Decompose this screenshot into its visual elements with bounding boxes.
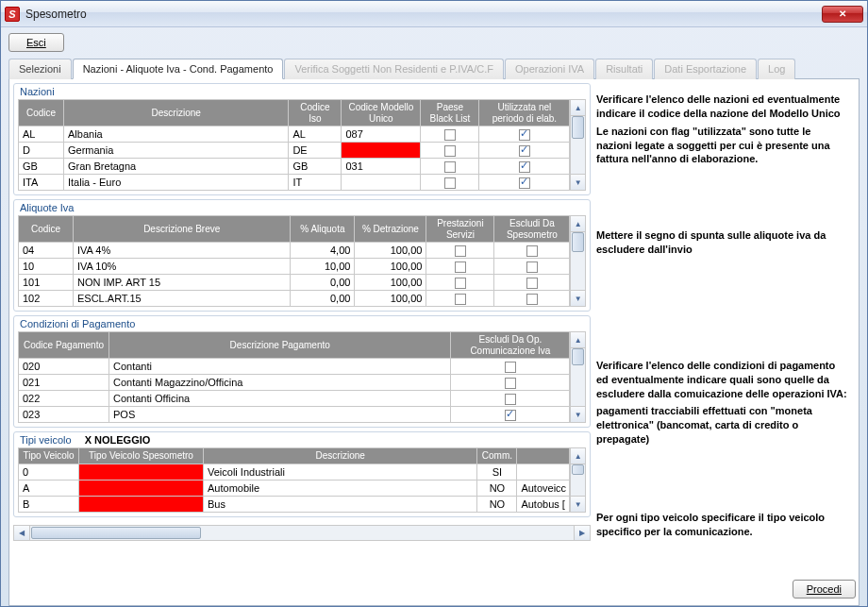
group-tipi-title: Tipi veicolo X NOLEGGIO <box>18 434 586 447</box>
group-nazioni: Nazioni Codice Descrizione Codice Iso Co… <box>13 83 591 195</box>
grid-tipi-scrollbar[interactable]: ▲ ▼ <box>570 447 586 513</box>
tab-risultati[interactable]: Risultati <box>595 59 653 79</box>
horizontal-scrollbar[interactable]: ◀ ▶ <box>13 525 591 541</box>
tab-log[interactable]: Log <box>758 59 795 79</box>
esci-button[interactable]: Esci <box>8 33 64 52</box>
tab-nazioni[interactable]: Nazioni - Aliquote Iva - Cond. Pagamento <box>73 59 284 79</box>
tab-dati[interactable]: Dati Esportazione <box>654 59 757 79</box>
table-row[interactable]: 021 Contanti Magazzino/Officina <box>19 375 570 391</box>
checkbox[interactable] <box>519 177 530 189</box>
grid-nazioni[interactable]: Codice Descrizione Codice Iso Codice Mod… <box>18 99 570 191</box>
titlebar: S Spesometro ✕ <box>1 1 867 27</box>
checkbox[interactable] <box>519 129 530 141</box>
grid-nazioni-header: Codice Descrizione Codice Iso Codice Mod… <box>19 100 570 126</box>
tab-selezioni[interactable]: Selezioni <box>8 59 72 79</box>
scroll-up-icon[interactable]: ▲ <box>571 332 585 348</box>
info-nazioni-1: Verificare l'elenco delle nazioni ed eve… <box>596 93 849 121</box>
checkbox[interactable] <box>526 278 538 289</box>
group-aliquote: Aliquote Iva Codice Descrizione Breve % … <box>13 199 591 312</box>
group-condizioni-title: Condizioni di Pagamento <box>18 318 586 331</box>
scroll-down-icon[interactable]: ▼ <box>571 174 585 190</box>
group-condizioni: Condizioni di Pagamento Codice Pagamento… <box>13 315 591 428</box>
grid-aliquote-header: Codice Descrizione Breve % Aliquota % De… <box>19 216 570 243</box>
table-row[interactable]: B Bus NO Autobus [ <box>19 496 570 512</box>
info-tipi: Per ogni tipo veicolo specificare il tip… <box>596 511 849 539</box>
grid-aliquote-scrollbar[interactable]: ▲ ▼ <box>570 215 586 307</box>
scroll-left-icon[interactable]: ◀ <box>14 526 30 540</box>
table-row[interactable]: 022 Contanti Officina <box>19 391 570 407</box>
checkbox[interactable] <box>519 145 530 157</box>
tab-body: Nazioni Codice Descrizione Codice Iso Co… <box>8 79 860 606</box>
info-cond-2: pagamenti tracciabili effettuati con "mo… <box>596 404 849 447</box>
table-row[interactable]: 020 Contanti <box>19 359 570 375</box>
checkbox[interactable] <box>455 278 466 289</box>
checkbox[interactable] <box>526 261 538 273</box>
scroll-up-icon[interactable]: ▲ <box>571 100 585 116</box>
checkbox[interactable] <box>444 161 456 173</box>
grid-aliquote[interactable]: Codice Descrizione Breve % Aliquota % De… <box>18 215 570 307</box>
close-icon: ✕ <box>839 8 846 19</box>
table-row[interactable]: D Germania DE <box>19 143 570 159</box>
table-row[interactable]: ITA Italia - Euro IT <box>19 175 570 191</box>
app-window: S Spesometro ✕ Esci Selezioni Nazioni - … <box>0 0 868 607</box>
table-row[interactable]: 023 POS <box>19 407 570 423</box>
scroll-up-icon[interactable]: ▲ <box>571 448 585 464</box>
info-panel: Verificare l'elenco delle nazioni ed eve… <box>591 83 855 601</box>
table-row[interactable]: A Automobile NO Autoveicc <box>19 480 570 496</box>
group-aliquote-title: Aliquote Iva <box>18 202 586 215</box>
table-row[interactable]: 10 IVA 10% 10,00 100,00 <box>19 259 570 275</box>
checkbox[interactable] <box>455 261 466 273</box>
grid-tipi[interactable]: Tipo Veicolo Tipo Veicolo Spesometro Des… <box>18 447 570 513</box>
window-title: Spesometro <box>25 8 87 21</box>
checkbox[interactable] <box>455 245 466 257</box>
tab-strip: Selezioni Nazioni - Aliquote Iva - Cond.… <box>8 58 860 79</box>
tipi-badge: X NOLEGGIO <box>85 434 151 446</box>
table-row[interactable]: GB Gran Bretagna GB 031 <box>19 159 570 175</box>
app-icon: S <box>5 7 20 22</box>
checkbox[interactable] <box>505 378 516 389</box>
scroll-right-icon[interactable]: ▶ <box>574 526 590 540</box>
group-nazioni-title: Nazioni <box>18 86 586 99</box>
grid-condizioni[interactable]: Codice Pagamento Descrizione Pagamento E… <box>18 331 570 423</box>
table-row[interactable]: 102 ESCL.ART.15 0,00 100,00 <box>19 291 570 307</box>
table-row[interactable]: 0 Veicoli Industriali SI <box>19 464 570 480</box>
grid-condizioni-header: Codice Pagamento Descrizione Pagamento E… <box>19 332 570 359</box>
checkbox[interactable] <box>444 129 456 141</box>
tab-operazioni[interactable]: Operazioni IVA <box>505 59 594 79</box>
scroll-down-icon[interactable]: ▼ <box>571 406 585 422</box>
checkbox[interactable] <box>526 294 538 305</box>
grid-tipi-header: Tipo Veicolo Tipo Veicolo Spesometro Des… <box>19 448 570 464</box>
checkbox[interactable] <box>505 410 516 421</box>
procedi-button[interactable]: Procedi <box>793 580 856 599</box>
info-nazioni-2: Le nazioni con flag "utilizzata" sono tu… <box>596 125 849 167</box>
info-aliquote: Mettere il segno di spunta sulle aliquot… <box>596 228 849 257</box>
scroll-down-icon[interactable]: ▼ <box>571 290 585 306</box>
group-tipi: Tipi veicolo X NOLEGGIO Tipo Veicolo Tip… <box>13 431 591 517</box>
checkbox[interactable] <box>505 362 516 373</box>
grid-nazioni-scrollbar[interactable]: ▲ ▼ <box>570 99 586 191</box>
window-close-button[interactable]: ✕ <box>822 6 863 23</box>
checkbox[interactable] <box>444 145 456 157</box>
table-row[interactable]: AL Albania AL 087 <box>19 126 570 143</box>
table-row[interactable]: 04 IVA 4% 4,00 100,00 <box>19 243 570 259</box>
info-cond-1: Verificare l'elenco delle condizioni di … <box>596 359 849 401</box>
checkbox[interactable] <box>526 245 538 257</box>
checkbox[interactable] <box>455 294 466 305</box>
table-row[interactable]: 101 NON IMP. ART 15 0,00 100,00 <box>19 275 570 291</box>
checkbox[interactable] <box>519 161 530 173</box>
checkbox[interactable] <box>505 394 516 405</box>
tab-verifica[interactable]: Verifica Soggetti Non Residenti e P.IVA/… <box>284 59 504 79</box>
checkbox[interactable] <box>444 177 456 189</box>
grid-condizioni-scrollbar[interactable]: ▲ ▼ <box>570 331 586 423</box>
scroll-down-icon[interactable]: ▼ <box>571 496 585 512</box>
scroll-up-icon[interactable]: ▲ <box>571 216 585 232</box>
